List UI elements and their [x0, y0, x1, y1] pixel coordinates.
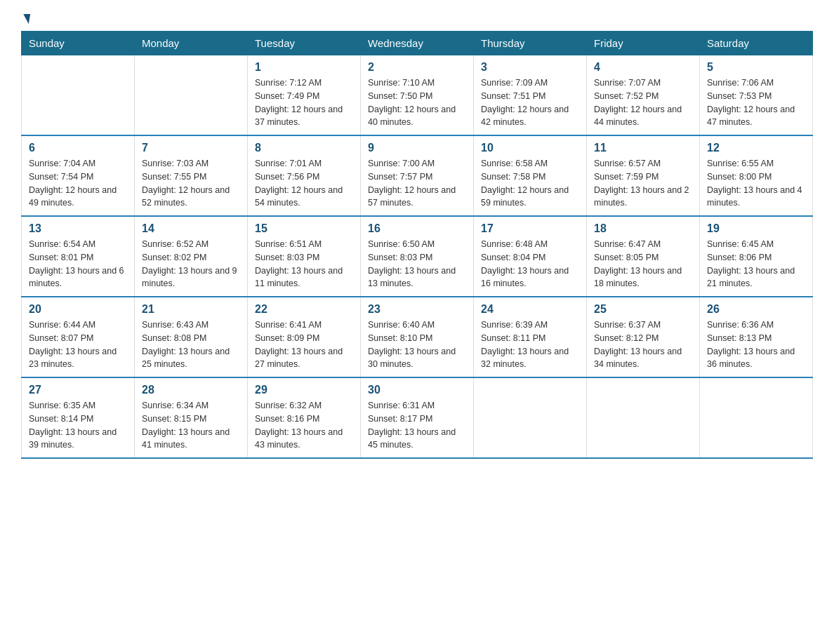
- day-number: 30: [368, 384, 466, 396]
- day-number: 3: [481, 61, 579, 74]
- calendar-cell: 21Sunrise: 6:43 AMSunset: 8:08 PMDayligh…: [135, 297, 248, 377]
- day-number: 26: [707, 303, 805, 316]
- calendar-cell: 22Sunrise: 6:41 AMSunset: 8:09 PMDayligh…: [248, 297, 361, 377]
- day-number: 11: [594, 142, 692, 154]
- day-number: 28: [142, 384, 240, 396]
- day-info: Sunrise: 7:09 AMSunset: 7:51 PMDaylight:…: [481, 76, 579, 129]
- day-number: 13: [29, 222, 127, 235]
- day-info: Sunrise: 7:03 AMSunset: 7:55 PMDaylight:…: [142, 157, 240, 210]
- calendar-cell: 2Sunrise: 7:10 AMSunset: 7:50 PMDaylight…: [361, 55, 474, 136]
- calendar-cell: 10Sunrise: 6:58 AMSunset: 7:58 PMDayligh…: [474, 135, 587, 216]
- calendar-cell: [22, 55, 135, 136]
- day-info: Sunrise: 6:45 AMSunset: 8:06 PMDaylight:…: [707, 238, 805, 290]
- calendar-cell: 20Sunrise: 6:44 AMSunset: 8:07 PMDayligh…: [22, 297, 135, 377]
- day-info: Sunrise: 6:34 AMSunset: 8:15 PMDaylight:…: [142, 399, 240, 452]
- calendar-week-row: 13Sunrise: 6:54 AMSunset: 8:01 PMDayligh…: [22, 216, 813, 297]
- day-info: Sunrise: 6:31 AMSunset: 8:17 PMDaylight:…: [368, 399, 466, 452]
- calendar-cell: 5Sunrise: 7:06 AMSunset: 7:53 PMDaylight…: [700, 55, 813, 136]
- calendar-cell: 30Sunrise: 6:31 AMSunset: 8:17 PMDayligh…: [361, 377, 474, 458]
- calendar-cell: 6Sunrise: 7:04 AMSunset: 7:54 PMDaylight…: [22, 135, 135, 216]
- header-saturday: Saturday: [700, 32, 813, 55]
- header-thursday: Thursday: [474, 32, 587, 55]
- day-number: 20: [29, 303, 127, 316]
- calendar-cell: 25Sunrise: 6:37 AMSunset: 8:12 PMDayligh…: [587, 297, 700, 377]
- day-number: 6: [29, 142, 127, 154]
- calendar-cell: 8Sunrise: 7:01 AMSunset: 7:56 PMDaylight…: [248, 135, 361, 216]
- calendar-table: SundayMondayTuesdayWednesdayThursdayFrid…: [21, 31, 813, 459]
- calendar-cell: 11Sunrise: 6:57 AMSunset: 7:59 PMDayligh…: [587, 135, 700, 216]
- calendar-cell: 29Sunrise: 6:32 AMSunset: 8:16 PMDayligh…: [248, 377, 361, 458]
- day-info: Sunrise: 6:57 AMSunset: 7:59 PMDaylight:…: [594, 157, 692, 210]
- header-friday: Friday: [587, 32, 700, 55]
- page-header: [21, 14, 813, 24]
- day-info: Sunrise: 6:55 AMSunset: 8:00 PMDaylight:…: [707, 157, 805, 210]
- calendar-cell: 26Sunrise: 6:36 AMSunset: 8:13 PMDayligh…: [700, 297, 813, 377]
- calendar-cell: 12Sunrise: 6:55 AMSunset: 8:00 PMDayligh…: [700, 135, 813, 216]
- calendar-cell: [474, 377, 587, 458]
- day-number: 8: [255, 142, 353, 154]
- day-number: 7: [142, 142, 240, 154]
- day-info: Sunrise: 6:43 AMSunset: 8:08 PMDaylight:…: [142, 318, 240, 371]
- day-info: Sunrise: 7:00 AMSunset: 7:57 PMDaylight:…: [368, 157, 466, 210]
- day-number: 21: [142, 303, 240, 316]
- header-sunday: Sunday: [22, 32, 135, 55]
- logo: [21, 14, 29, 24]
- day-number: 23: [368, 303, 466, 316]
- logo-text: [21, 14, 29, 24]
- day-number: 1: [255, 61, 353, 74]
- day-info: Sunrise: 6:40 AMSunset: 8:10 PMDaylight:…: [368, 318, 466, 371]
- day-info: Sunrise: 7:06 AMSunset: 7:53 PMDaylight:…: [707, 76, 805, 129]
- day-info: Sunrise: 7:10 AMSunset: 7:50 PMDaylight:…: [368, 76, 466, 129]
- day-number: 15: [255, 222, 353, 235]
- day-info: Sunrise: 7:07 AMSunset: 7:52 PMDaylight:…: [594, 76, 692, 129]
- calendar-cell: 4Sunrise: 7:07 AMSunset: 7:52 PMDaylight…: [587, 55, 700, 136]
- day-info: Sunrise: 6:51 AMSunset: 8:03 PMDaylight:…: [255, 238, 353, 290]
- calendar-cell: 27Sunrise: 6:35 AMSunset: 8:14 PMDayligh…: [22, 377, 135, 458]
- day-info: Sunrise: 6:36 AMSunset: 8:13 PMDaylight:…: [707, 318, 805, 371]
- calendar-cell: 18Sunrise: 6:47 AMSunset: 8:05 PMDayligh…: [587, 216, 700, 297]
- calendar-week-row: 27Sunrise: 6:35 AMSunset: 8:14 PMDayligh…: [22, 377, 813, 458]
- calendar-cell: 3Sunrise: 7:09 AMSunset: 7:51 PMDaylight…: [474, 55, 587, 136]
- day-number: 17: [481, 222, 579, 235]
- day-number: 18: [594, 222, 692, 235]
- calendar-cell: 15Sunrise: 6:51 AMSunset: 8:03 PMDayligh…: [248, 216, 361, 297]
- calendar-cell: 9Sunrise: 7:00 AMSunset: 7:57 PMDaylight…: [361, 135, 474, 216]
- calendar-cell: 24Sunrise: 6:39 AMSunset: 8:11 PMDayligh…: [474, 297, 587, 377]
- calendar-cell: 14Sunrise: 6:52 AMSunset: 8:02 PMDayligh…: [135, 216, 248, 297]
- calendar-header-row: SundayMondayTuesdayWednesdayThursdayFrid…: [22, 32, 813, 55]
- calendar-cell: 1Sunrise: 7:12 AMSunset: 7:49 PMDaylight…: [248, 55, 361, 136]
- day-number: 24: [481, 303, 579, 316]
- day-info: Sunrise: 6:47 AMSunset: 8:05 PMDaylight:…: [594, 238, 692, 290]
- calendar-cell: 16Sunrise: 6:50 AMSunset: 8:03 PMDayligh…: [361, 216, 474, 297]
- day-info: Sunrise: 6:52 AMSunset: 8:02 PMDaylight:…: [142, 238, 240, 290]
- day-info: Sunrise: 6:58 AMSunset: 7:58 PMDaylight:…: [481, 157, 579, 210]
- header-tuesday: Tuesday: [248, 32, 361, 55]
- day-info: Sunrise: 7:04 AMSunset: 7:54 PMDaylight:…: [29, 157, 127, 210]
- calendar-cell: 19Sunrise: 6:45 AMSunset: 8:06 PMDayligh…: [700, 216, 813, 297]
- calendar-week-row: 20Sunrise: 6:44 AMSunset: 8:07 PMDayligh…: [22, 297, 813, 377]
- day-info: Sunrise: 7:01 AMSunset: 7:56 PMDaylight:…: [255, 157, 353, 210]
- day-info: Sunrise: 6:37 AMSunset: 8:12 PMDaylight:…: [594, 318, 692, 371]
- day-info: Sunrise: 7:12 AMSunset: 7:49 PMDaylight:…: [255, 76, 353, 129]
- day-number: 4: [594, 61, 692, 74]
- day-number: 14: [142, 222, 240, 235]
- day-info: Sunrise: 6:35 AMSunset: 8:14 PMDaylight:…: [29, 399, 127, 452]
- day-number: 19: [707, 222, 805, 235]
- day-number: 10: [481, 142, 579, 154]
- calendar-week-row: 6Sunrise: 7:04 AMSunset: 7:54 PMDaylight…: [22, 135, 813, 216]
- day-number: 29: [255, 384, 353, 396]
- calendar-week-row: 1Sunrise: 7:12 AMSunset: 7:49 PMDaylight…: [22, 55, 813, 136]
- day-info: Sunrise: 6:54 AMSunset: 8:01 PMDaylight:…: [29, 238, 127, 290]
- day-number: 27: [29, 384, 127, 396]
- logo-arrow-icon: [22, 14, 30, 24]
- day-number: 16: [368, 222, 466, 235]
- day-number: 22: [255, 303, 353, 316]
- header-monday: Monday: [135, 32, 248, 55]
- calendar-cell: [135, 55, 248, 136]
- day-info: Sunrise: 6:32 AMSunset: 8:16 PMDaylight:…: [255, 399, 353, 452]
- day-number: 9: [368, 142, 466, 154]
- day-info: Sunrise: 6:44 AMSunset: 8:07 PMDaylight:…: [29, 318, 127, 371]
- calendar-cell: 17Sunrise: 6:48 AMSunset: 8:04 PMDayligh…: [474, 216, 587, 297]
- day-number: 25: [594, 303, 692, 316]
- day-number: 5: [707, 61, 805, 74]
